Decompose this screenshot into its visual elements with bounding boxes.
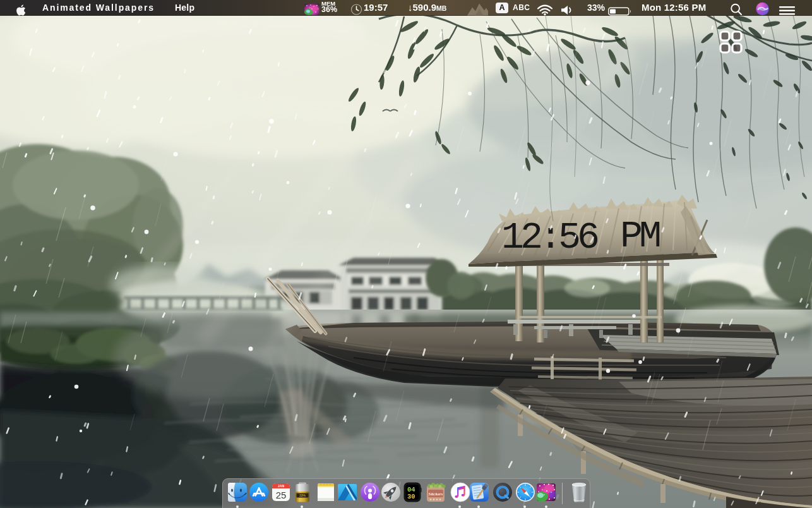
- svg-text:33%: 33%: [299, 493, 306, 497]
- svg-text:12:56: 12:56: [501, 216, 598, 259]
- svg-text:30: 30: [407, 493, 415, 500]
- svg-text:Stickers: Stickers: [429, 492, 443, 497]
- svg-text:PM: PM: [620, 215, 660, 258]
- svg-text:25: 25: [276, 490, 287, 500]
- svg-text:JAN: JAN: [278, 484, 285, 488]
- svg-text:04: 04: [407, 486, 415, 493]
